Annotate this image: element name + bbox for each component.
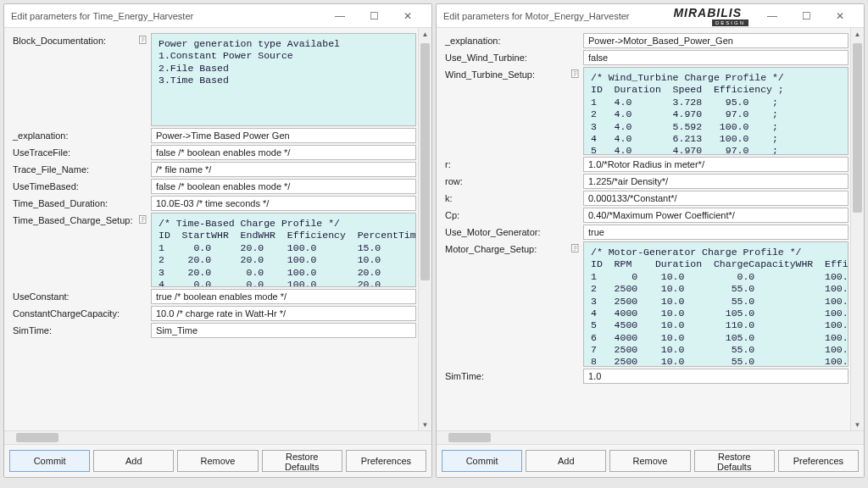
- close-button[interactable]: ✕: [823, 6, 857, 26]
- block-documentation-label: Block_Documentation:: [13, 33, 136, 46]
- r-field[interactable]: 1.0/*Rotor Radius in meter*/: [583, 157, 849, 172]
- window-title-right: Edit parameters for Motor_Energy_Harvest…: [443, 11, 673, 21]
- simtime-label: SimTime:: [445, 369, 568, 381]
- wind-turbine-setup-label: Wind_Turbine_Setup:: [445, 67, 568, 80]
- minimize-button[interactable]: —: [323, 6, 357, 26]
- restore-defaults-button[interactable]: Restore Defaults: [694, 450, 775, 472]
- tracefilename-label: Trace_File_Name:: [13, 162, 136, 175]
- r-label: r:: [445, 157, 568, 169]
- maximize-button[interactable]: ☐: [357, 6, 391, 26]
- add-button[interactable]: Add: [93, 450, 174, 472]
- timebased-duration-label: Time_Based_Duration:: [13, 196, 136, 208]
- brand-logo: MIRABILIS DESIGN: [673, 6, 748, 26]
- vertical-scrollbar[interactable]: ▲ ▼: [418, 28, 431, 430]
- remove-button[interactable]: Remove: [177, 450, 258, 472]
- usetimebased-field[interactable]: false /* boolean enables mode */: [151, 179, 416, 194]
- titlebar-right[interactable]: Edit parameters for Motor_Energy_Harvest…: [437, 4, 864, 28]
- explanation-label: _explanation:: [13, 128, 136, 141]
- timebased-duration-field[interactable]: 10.0E-03 /* time seconds */: [151, 196, 416, 211]
- edit-icon[interactable]: [136, 33, 151, 45]
- minimize-button[interactable]: —: [755, 6, 789, 26]
- titlebar-left[interactable]: Edit parameters for Time_Energy_Harveste…: [4, 4, 431, 28]
- k-label: k:: [445, 191, 568, 203]
- use-wind-turbine-label: Use_Wind_Turbine:: [445, 50, 568, 63]
- tracefilename-field[interactable]: /* file name */: [151, 162, 416, 177]
- commit-button[interactable]: Commit: [9, 450, 90, 472]
- remove-button[interactable]: Remove: [609, 450, 690, 472]
- explanation-label: _explanation:: [445, 33, 568, 46]
- timebased-charge-setup-text[interactable]: /* Time-Based Charge Profile */ ID Start…: [151, 213, 416, 287]
- useconstant-label: UseConstant:: [13, 289, 136, 302]
- use-motor-generator-label: Use_Motor_Generator:: [445, 225, 568, 237]
- close-button[interactable]: ✕: [391, 6, 425, 26]
- use-motor-generator-field[interactable]: true: [583, 225, 849, 240]
- simtime-label: SimTime:: [13, 323, 136, 336]
- horizontal-scrollbar[interactable]: [4, 430, 431, 444]
- k-field[interactable]: 0.000133/*Constant*/: [583, 191, 849, 206]
- maximize-button[interactable]: ☐: [789, 6, 823, 26]
- window-time-energy-harvester: Edit parameters for Time_Energy_Harveste…: [3, 3, 432, 478]
- wind-turbine-setup-text[interactable]: /* Wind_Turbine Charge Profile */ ID Dur…: [583, 67, 849, 155]
- simtime-field[interactable]: 1.0: [583, 369, 849, 384]
- explanation-field[interactable]: Power->Motor_Based_Power_Gen: [583, 33, 849, 48]
- row-field[interactable]: 1.225/*air Density*/: [583, 174, 849, 189]
- simtime-field[interactable]: Sim_Time: [151, 323, 416, 338]
- cp-field[interactable]: 0.40/*Maximum Power Coefficient*/: [583, 208, 849, 223]
- usetimebased-label: UseTimeBased:: [13, 179, 136, 191]
- timebased-charge-setup-label: Time_Based_Charge_Setup:: [13, 213, 136, 225]
- motor-charge-setup-text[interactable]: /* Motor-Generator Charge Profile */ ID …: [583, 241, 849, 367]
- usetracefile-field[interactable]: false /* boolean enables mode */: [151, 145, 416, 160]
- edit-icon[interactable]: [136, 213, 151, 225]
- window-title-left: Edit parameters for Time_Energy_Harveste…: [11, 11, 323, 21]
- block-documentation-text[interactable]: Power generation type Availabel 1.Consta…: [151, 33, 416, 126]
- restore-defaults-button[interactable]: Restore Defaults: [262, 450, 342, 472]
- constantchargecapacity-field[interactable]: 10.0 /* charge rate in Watt-Hr */: [151, 306, 416, 321]
- window-motor-energy-harvester: Edit parameters for Motor_Energy_Harvest…: [436, 3, 865, 478]
- row-label: row:: [445, 174, 568, 186]
- vertical-scrollbar[interactable]: ▲ ▼: [850, 28, 864, 430]
- preferences-button[interactable]: Preferences: [778, 450, 859, 472]
- useconstant-field[interactable]: true /* boolean enables mode */: [151, 289, 416, 304]
- commit-button[interactable]: Commit: [442, 450, 522, 472]
- edit-icon[interactable]: [568, 67, 583, 79]
- add-button[interactable]: Add: [526, 450, 606, 472]
- explanation-field[interactable]: Power->Time Based Power Gen: [151, 128, 416, 143]
- horizontal-scrollbar[interactable]: [437, 430, 864, 444]
- preferences-button[interactable]: Preferences: [346, 450, 426, 472]
- constantchargecapacity-label: ConstantChargeCapacity:: [13, 306, 136, 319]
- cp-label: Cp:: [445, 208, 568, 220]
- edit-icon[interactable]: [568, 241, 583, 253]
- usetracefile-label: UseTraceFile:: [13, 145, 136, 158]
- motor-charge-setup-label: Motor_Charge_Setup:: [445, 241, 568, 254]
- use-wind-turbine-field[interactable]: false: [583, 50, 849, 65]
